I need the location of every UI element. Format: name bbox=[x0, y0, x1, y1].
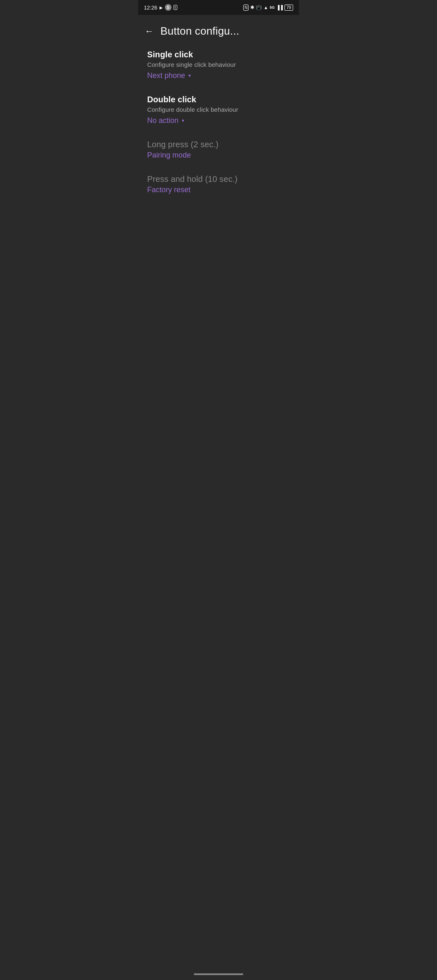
double-click-value: No action bbox=[147, 116, 179, 125]
double-click-label: Double click bbox=[147, 95, 290, 104]
chevron-down-icon: ▼ bbox=[188, 73, 192, 78]
signal-5g-icon: 5G bbox=[270, 5, 275, 9]
chevron-down-icon-2: ▼ bbox=[181, 118, 185, 123]
youtube-icon: ▶ bbox=[160, 5, 163, 10]
double-click-dropdown[interactable]: No action ▼ bbox=[147, 116, 290, 125]
status-bar-right: N ✱ 📳 ▲ 5G ▐▐ 79 bbox=[243, 5, 293, 11]
long-press-section: Long press (2 sec.) Pairing mode bbox=[147, 140, 290, 160]
single-click-label: Single click bbox=[147, 50, 290, 59]
single-click-value: Next phone bbox=[147, 71, 185, 80]
nfc-icon: N bbox=[243, 5, 249, 11]
double-click-section: Double click Configure double click beha… bbox=[147, 95, 290, 125]
press-and-hold-label: Press and hold (10 sec.) bbox=[147, 174, 290, 184]
time-display: 12:26 bbox=[144, 5, 157, 11]
single-click-description: Configure single click behaviour bbox=[147, 61, 290, 68]
single-click-section: Single click Configure single click beha… bbox=[147, 50, 290, 80]
wifi-icon: ▲ bbox=[263, 5, 268, 10]
page-header: ← Button configu... bbox=[138, 15, 299, 46]
press-and-hold-value: Factory reset bbox=[147, 186, 290, 194]
status-bar: 12:26 ▶ S ! N ✱ 📳 ▲ 5G ▐▐ 79 bbox=[138, 0, 299, 15]
page-title: Button configu... bbox=[160, 25, 239, 38]
content-area: Single click Configure single click beha… bbox=[138, 46, 299, 213]
long-press-value: Pairing mode bbox=[147, 151, 290, 160]
bluetooth-icon: ✱ bbox=[250, 5, 254, 10]
back-button[interactable]: ← bbox=[145, 27, 154, 36]
s-icon: S bbox=[165, 4, 172, 11]
double-click-description: Configure double click behaviour bbox=[147, 106, 290, 113]
single-click-dropdown[interactable]: Next phone ▼ bbox=[147, 71, 290, 80]
press-and-hold-section: Press and hold (10 sec.) Factory reset bbox=[147, 174, 290, 194]
vibrate-icon: 📳 bbox=[256, 5, 262, 10]
signal-bars-icon: ▐▐ bbox=[276, 5, 283, 10]
alert-icon: ! bbox=[174, 5, 177, 10]
status-bar-left: 12:26 ▶ S ! bbox=[144, 4, 177, 11]
long-press-label: Long press (2 sec.) bbox=[147, 140, 290, 149]
battery-icon: 79 bbox=[284, 5, 293, 11]
